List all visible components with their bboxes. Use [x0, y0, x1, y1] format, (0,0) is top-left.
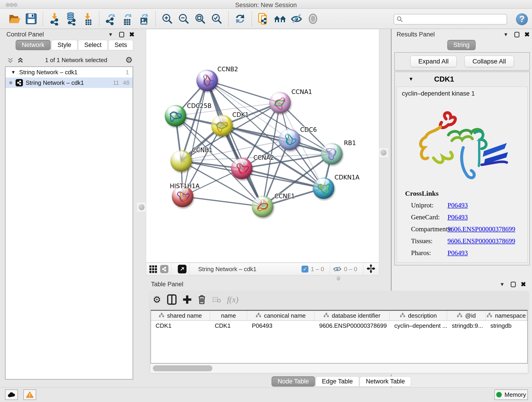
panel-float-icon[interactable]: ▼	[108, 32, 113, 38]
collapse-card-icon[interactable]: ▼	[409, 76, 413, 82]
zoom-out-icon[interactable]	[177, 12, 190, 26]
warnings-button[interactable]	[23, 389, 36, 400]
import-database-icon[interactable]	[64, 12, 78, 26]
network-node-ccne1[interactable]	[252, 196, 273, 217]
crosslink-link[interactable]: 9606.ENSP00000378699	[447, 237, 515, 245]
network-node-cdkn1a[interactable]	[313, 177, 334, 199]
refresh-layout-icon[interactable]	[234, 12, 247, 26]
network-node-rb1[interactable]	[321, 143, 342, 165]
tree-expand-icon[interactable]: ▼	[11, 70, 16, 75]
table-horizontal-scrollbar[interactable]	[151, 364, 528, 373]
table-cell[interactable]: CDK1	[151, 321, 210, 331]
table-cell[interactable]: P06493	[247, 321, 315, 331]
crosslink-link[interactable]: 9606.ENSP00000378699	[447, 225, 515, 233]
save-session-icon[interactable]	[25, 12, 38, 26]
collapse-all-button[interactable]: Collapse All	[464, 56, 514, 67]
search-input[interactable]	[403, 16, 507, 22]
hide-unhide-icon[interactable]	[290, 12, 303, 26]
panel-close-icon[interactable]: ✖	[129, 31, 134, 38]
network-options-gear-icon[interactable]: ⚙	[125, 55, 133, 65]
table-options-gear-icon[interactable]: ⚙	[153, 294, 161, 305]
tab-style[interactable]: Style	[51, 40, 77, 50]
network-node-cdc25b[interactable]	[165, 105, 186, 127]
node-gloss	[200, 71, 213, 78]
node-label-hist1h1a: HIST1H1A	[170, 183, 200, 190]
tab-select[interactable]: Select	[78, 40, 108, 50]
horizontal-splitter-handle[interactable]	[336, 276, 340, 281]
column-header-database-identifier[interactable]: database identifier	[315, 311, 390, 320]
tab-string[interactable]: String	[447, 40, 476, 50]
network-edge-ccnb2-ccne1[interactable]	[207, 80, 263, 206]
panel-float-icon[interactable]: ▼	[503, 32, 508, 38]
column-header-description[interactable]: description	[390, 311, 447, 320]
tab-sets[interactable]: Sets	[108, 40, 133, 50]
network-node-cdc6[interactable]	[279, 129, 300, 150]
column-header-shared-name[interactable]: shared name	[151, 311, 210, 320]
panel-maximize-icon[interactable]	[514, 32, 519, 37]
table-cell[interactable]: stringdb:9...	[447, 321, 486, 331]
add-column-icon[interactable]	[183, 295, 192, 304]
tab-network[interactable]: Network	[16, 40, 51, 50]
left-splitter-handle[interactable]	[137, 202, 147, 212]
help-button[interactable]: ?	[516, 13, 528, 25]
delete-column-icon[interactable]	[198, 294, 206, 305]
network-row[interactable]: String Network – cdk1 11 48	[6, 77, 133, 88]
export-network-icon[interactable]	[104, 12, 118, 26]
crosslink-link[interactable]: P06493	[447, 201, 468, 209]
export-image-icon[interactable]	[137, 12, 151, 26]
open-in-window-icon[interactable]	[178, 265, 186, 274]
expand-all-icon[interactable]	[17, 56, 24, 64]
column-header-namespace[interactable]: namespace	[486, 311, 527, 320]
hidden-eye-icon[interactable]	[333, 266, 342, 272]
network-node-ccnb2[interactable]	[196, 70, 218, 91]
network-canvas[interactable]: CCNB2CCNA1CDC25BCDK1CDC6RB1CCNB1CCNA2CDK…	[146, 29, 379, 263]
memory-button[interactable]: Memory	[494, 389, 528, 400]
column-header-canonical-name[interactable]: canonical name	[247, 311, 315, 320]
panel-maximize-icon[interactable]	[511, 282, 516, 287]
column-header-name[interactable]: name	[210, 311, 247, 320]
panel-maximize-icon[interactable]	[119, 32, 124, 37]
tab-node-table[interactable]: Node Table	[272, 376, 315, 387]
crosslink-link[interactable]: P06493	[447, 213, 468, 221]
right-splitter-handle[interactable]	[379, 148, 389, 158]
expand-all-button[interactable]: Expand All	[410, 56, 457, 67]
panel-close-icon[interactable]: ✖	[525, 31, 530, 38]
selected-checkbox-icon[interactable]: ✓	[302, 266, 308, 273]
network-node-ccna1[interactable]	[269, 92, 291, 114]
table-cell[interactable]: CDK1	[210, 321, 247, 331]
network-node-ccna2[interactable]	[231, 158, 253, 179]
protein-card-header[interactable]: ▼ CDK1	[395, 72, 530, 86]
open-session-icon[interactable]	[8, 12, 21, 26]
column-header--id[interactable]: @id	[447, 311, 486, 320]
import-network-icon[interactable]	[48, 12, 61, 26]
table-cell[interactable]: 9606.ENSP00000378699	[315, 321, 390, 331]
crosslink-link[interactable]: P06493	[447, 249, 468, 257]
scrollbar-thumb[interactable]	[153, 365, 212, 371]
zoom-fit-icon[interactable]	[194, 12, 207, 26]
show-graphics-icon[interactable]	[306, 12, 320, 26]
table-cell[interactable]: cyclin–dependent ...	[390, 321, 447, 331]
panel-float-icon[interactable]: ▼	[500, 281, 505, 287]
zoom-selected-icon[interactable]	[210, 12, 223, 26]
tab-edge-table[interactable]: Edge Table	[316, 376, 359, 387]
network-collection-row[interactable]: ▼ String Network – cdk1 1	[6, 67, 133, 77]
search-box[interactable]	[394, 14, 507, 25]
pan-crosshair-icon[interactable]	[366, 264, 376, 274]
network-edge-hist1h1a-ccne1[interactable]	[183, 196, 263, 206]
panel-close-icon[interactable]: ✖	[521, 281, 526, 288]
copy-style-icon[interactable]	[257, 12, 270, 26]
home-networks-icon[interactable]	[273, 12, 287, 26]
export-table-icon[interactable]	[121, 12, 134, 26]
network-node-ccnb1[interactable]	[171, 150, 192, 172]
birds-eye-view-icon[interactable]	[149, 265, 157, 273]
node-gloss	[215, 116, 228, 123]
import-table-icon[interactable]	[81, 12, 94, 26]
zoom-in-icon[interactable]	[161, 12, 174, 26]
cloud-button[interactable]	[5, 389, 18, 400]
collapse-all-icon[interactable]	[7, 56, 14, 64]
table-cell[interactable]: stringdb	[486, 321, 527, 331]
network-node-cdk1[interactable]	[211, 115, 233, 136]
table-row[interactable]: CDK1CDK1P064939606.ENSP00000378699cyclin…	[151, 321, 527, 331]
tab-network-table[interactable]: Network Table	[360, 376, 411, 387]
show-columns-icon[interactable]	[167, 294, 177, 305]
